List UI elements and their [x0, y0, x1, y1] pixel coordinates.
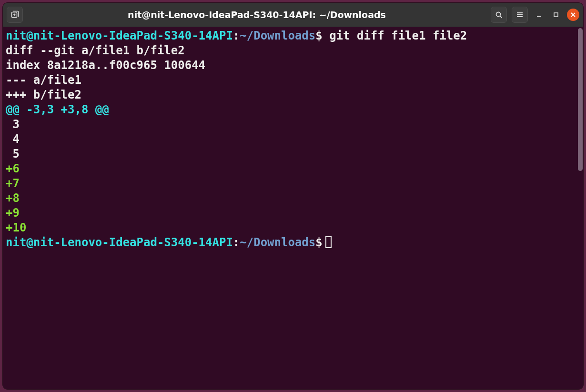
prompt-dollar: $: [315, 29, 322, 42]
diff-header: diff --git a/file1 b/file2: [6, 44, 185, 57]
scrollbar-thumb[interactable]: [578, 28, 583, 171]
close-button[interactable]: [567, 9, 579, 21]
maximize-icon: [553, 12, 559, 18]
new-tab-button[interactable]: [7, 7, 23, 23]
diff-added-line: +8: [6, 191, 20, 205]
prompt-sep: :: [233, 236, 240, 249]
terminal-window: nit@nit-Lenovo-IdeaPad-S340-14API: ~/Dow…: [3, 3, 583, 389]
search-button[interactable]: [491, 7, 507, 23]
diff-context-line: 4: [6, 132, 20, 146]
close-icon: [570, 12, 576, 18]
diff-added-line: +10: [6, 221, 26, 234]
scrollbar[interactable]: [577, 27, 583, 389]
diff-to: +++ b/file2: [6, 88, 81, 101]
cursor: [325, 236, 332, 248]
diff-added-line: +7: [6, 177, 20, 190]
hamburger-icon: [516, 11, 524, 19]
svg-point-1: [496, 12, 501, 17]
svg-rect-2: [554, 13, 558, 17]
diff-added-line: +6: [6, 162, 20, 175]
prompt-sep: :: [233, 29, 240, 42]
maximize-button[interactable]: [550, 9, 562, 21]
entered-command: git diff file1 file2: [323, 29, 467, 42]
prompt-user: nit@nit-Lenovo-IdeaPad-S340-14API: [6, 29, 233, 42]
prompt-path: ~/Downloads: [240, 29, 315, 42]
window-title: nit@nit-Lenovo-IdeaPad-S340-14API: ~/Dow…: [27, 10, 487, 20]
terminal-area[interactable]: nit@nit-Lenovo-IdeaPad-S340-14API:~/Down…: [3, 27, 583, 389]
diff-index: index 8a1218a..f00c965 100644: [6, 59, 205, 72]
diff-from: --- a/file1: [6, 73, 81, 87]
diff-context-line: 5: [6, 147, 20, 161]
minimize-button[interactable]: [533, 9, 545, 21]
diff-added-line: +9: [6, 206, 20, 220]
search-icon: [495, 11, 503, 19]
prompt-user: nit@nit-Lenovo-IdeaPad-S340-14API: [6, 236, 233, 249]
menu-button[interactable]: [512, 7, 528, 23]
prompt-path: ~/Downloads: [240, 236, 315, 249]
diff-context-line: 3: [6, 118, 20, 131]
minimize-icon: [536, 12, 542, 18]
prompt-dollar: $: [315, 236, 322, 249]
new-tab-icon: [10, 10, 19, 19]
terminal-output[interactable]: nit@nit-Lenovo-IdeaPad-S340-14API:~/Down…: [3, 27, 577, 389]
diff-hunk: @@ -3,3 +3,8 @@: [6, 103, 109, 116]
titlebar: nit@nit-Lenovo-IdeaPad-S340-14API: ~/Dow…: [3, 3, 583, 27]
